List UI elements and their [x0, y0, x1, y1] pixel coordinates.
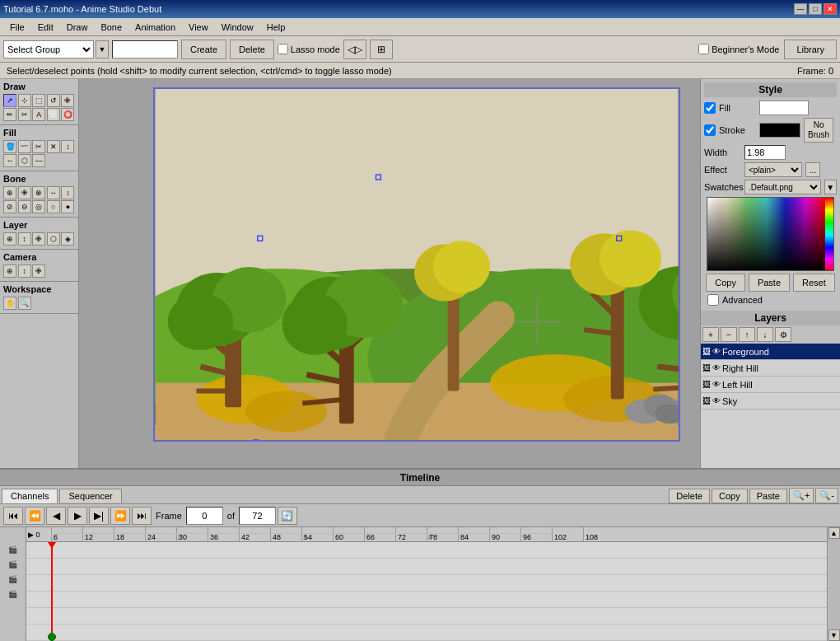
layer-sky[interactable]: 🖼 👁 Sky — [701, 393, 840, 409]
swatches-select[interactable]: .Default.png — [744, 180, 821, 194]
tool-line[interactable]: — — [32, 154, 45, 167]
tool-rotate[interactable]: ↺ — [47, 94, 60, 107]
canvas-area[interactable] — [79, 79, 700, 468]
select-group-dropdown[interactable]: Select Group — [3, 40, 94, 58]
loop-btn[interactable]: 🔄 — [278, 507, 297, 525]
tool-scissors[interactable]: ✂ — [18, 108, 31, 121]
delete-button[interactable]: Delete — [230, 40, 274, 59]
width-input[interactable] — [744, 145, 786, 160]
tool-stroke[interactable]: 〰 — [18, 140, 31, 153]
layer-lefthill[interactable]: 🖼 👁 Left Hill — [701, 377, 840, 393]
tool-transform[interactable]: ⊹ — [18, 94, 31, 107]
menu-help[interactable]: Help — [260, 21, 292, 34]
tool-layer2[interactable]: ↕ — [18, 232, 31, 246]
frame-input[interactable] — [186, 507, 223, 525]
tool-rect[interactable]: ⬜ — [47, 108, 60, 121]
tool-pen[interactable]: ✏ — [3, 108, 16, 121]
layers-up-btn[interactable]: ↑ — [739, 327, 755, 342]
stroke-color-swatch[interactable] — [759, 123, 800, 138]
prev-frame-btn[interactable]: ◀ — [46, 507, 66, 525]
tool-select[interactable]: ↗ — [3, 94, 16, 107]
paste-style-btn[interactable]: Paste — [749, 274, 790, 292]
menu-view[interactable]: View — [182, 21, 215, 34]
layers-del-btn[interactable]: − — [721, 327, 737, 342]
group-name-input[interactable] — [112, 40, 178, 58]
tool-bone7[interactable]: ⊖ — [18, 200, 31, 213]
tool-bone-del[interactable]: ⊗ — [32, 186, 45, 199]
menu-window[interactable]: Window — [215, 21, 260, 34]
layer-righthill[interactable]: 🖼 👁 Right Hill — [701, 360, 840, 377]
advanced-checkbox[interactable] — [707, 294, 719, 306]
vscroll-track[interactable] — [828, 539, 840, 629]
reset-style-btn[interactable]: Reset — [793, 274, 835, 292]
next-frame-btn[interactable]: ▶| — [89, 507, 109, 525]
total-frames-input[interactable] — [239, 507, 276, 525]
tool-cam1[interactable]: ⊕ — [3, 264, 16, 278]
step-back-btn[interactable]: ⏪ — [25, 507, 44, 525]
tool-bone9[interactable]: ○ — [47, 200, 60, 213]
tool-cam2[interactable]: ↕ — [18, 264, 31, 278]
fill-color-swatch[interactable] — [759, 101, 809, 115]
tab-sequencer[interactable]: Sequencer — [59, 489, 121, 503]
tool-layer5[interactable]: ◈ — [61, 232, 74, 246]
menu-animation[interactable]: Animation — [128, 21, 182, 34]
tool-layer4[interactable]: ⬡ — [47, 232, 60, 246]
play-btn[interactable]: ▶ — [68, 507, 87, 525]
tool-cut2[interactable]: ✂ — [32, 140, 45, 153]
tool-bone-h[interactable]: ↔ — [47, 186, 60, 199]
menu-file[interactable]: File — [3, 21, 31, 34]
tool-select-all[interactable]: ⬚ — [32, 94, 45, 107]
swatches-expand-btn[interactable]: ▼ — [824, 180, 837, 194]
create-button[interactable]: Create — [181, 40, 226, 59]
tool-move[interactable]: ✙ — [61, 94, 74, 107]
effect-select[interactable]: <plain> — [744, 162, 802, 177]
tool-bone-v[interactable]: ↕ — [61, 186, 74, 199]
layers-add-btn[interactable]: + — [702, 327, 719, 342]
tool-text[interactable]: A — [32, 108, 45, 121]
select-group-arrow[interactable]: ▼ — [96, 40, 109, 58]
step-fwd-btn[interactable]: ⏩ — [110, 507, 130, 525]
layers-settings-btn[interactable]: ⚙ — [775, 327, 791, 342]
tab-channels[interactable]: Channels — [2, 489, 58, 503]
tool-hex[interactable]: ⬡ — [18, 154, 31, 167]
menu-edit[interactable]: Edit — [31, 21, 60, 34]
tool-bone6[interactable]: ⊘ — [3, 200, 16, 213]
tool-zoom[interactable]: 🔍 — [18, 297, 31, 310]
tool-fliph[interactable]: ↔ — [3, 154, 16, 167]
stroke-checkbox[interactable] — [704, 124, 716, 136]
timeline-delete-btn[interactable]: Delete — [669, 489, 710, 503]
toolbar-icon1[interactable]: ◁▷ — [343, 40, 366, 59]
go-start-btn[interactable]: ⏮ — [3, 507, 23, 525]
close-btn[interactable]: ✕ — [824, 3, 837, 15]
layer-foreground[interactable]: 🖼 👁 Foreground — [701, 344, 840, 360]
timeline-copy-btn[interactable]: Copy — [712, 489, 748, 503]
effect-more-btn[interactable]: ... — [805, 162, 820, 177]
fill-checkbox[interactable] — [704, 102, 716, 114]
lasso-mode-checkbox[interactable] — [278, 44, 288, 54]
tool-hand[interactable]: ✋ — [3, 297, 16, 310]
layers-down-btn[interactable]: ↓ — [757, 327, 773, 342]
tool-bone-add[interactable]: ⊕ — [3, 186, 16, 199]
menu-bone[interactable]: Bone — [94, 21, 128, 34]
beginners-mode-checkbox[interactable] — [698, 44, 709, 54]
tool-cam3[interactable]: ✙ — [32, 264, 45, 278]
no-brush-btn[interactable]: NoBrush — [804, 118, 833, 143]
tool-x[interactable]: ✕ — [47, 140, 60, 153]
go-end-btn[interactable]: ⏭ — [132, 507, 152, 525]
tool-layer3[interactable]: ✙ — [32, 232, 45, 246]
tool-bone-move[interactable]: ✙ — [18, 186, 31, 199]
tool-fill[interactable]: 🪣 — [3, 140, 16, 153]
menu-draw[interactable]: Draw — [60, 21, 95, 34]
timeline-zoom-in-btn[interactable]: 🔍+ — [789, 488, 814, 503]
minimize-btn[interactable]: — — [794, 3, 807, 15]
tool-ellipse[interactable]: ⭕ — [61, 108, 74, 121]
maximize-btn[interactable]: □ — [809, 3, 822, 15]
tool-flipv[interactable]: ↕ — [61, 140, 74, 153]
tool-bone8[interactable]: ◎ — [32, 200, 45, 213]
tool-layer1[interactable]: ⊕ — [3, 232, 16, 246]
color-picker-area[interactable] — [707, 197, 834, 271]
tool-bone10[interactable]: ● — [61, 200, 74, 213]
toolbar-icon2[interactable]: ⊞ — [370, 40, 393, 59]
library-button[interactable]: Library — [784, 40, 837, 59]
vscroll-down-btn[interactable]: ▼ — [828, 629, 840, 641]
